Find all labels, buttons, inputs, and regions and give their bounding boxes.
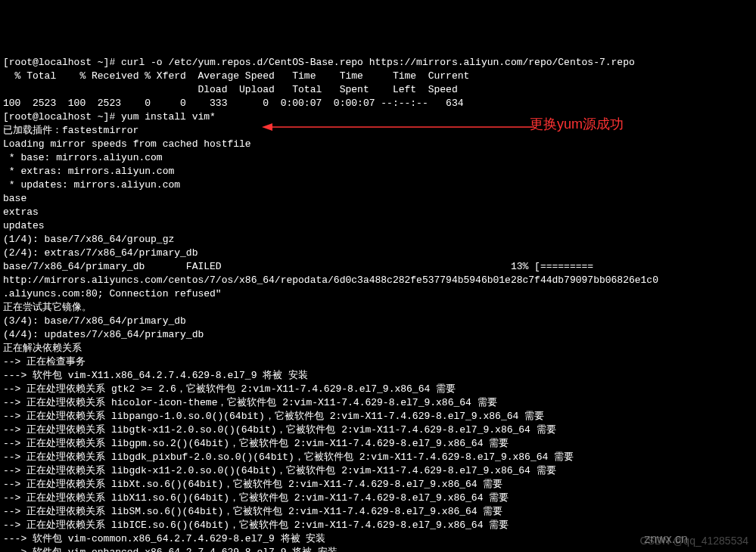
terminal-line: extras [3,206,753,219]
terminal-line: http://mirrors.aliyuncs.com/centos/7/os/… [3,274,753,287]
terminal-line: --> 正在处理依赖关系 gtk2 >= 2.6，它被软件包 2:vim-X11… [3,383,753,396]
terminal-line: --> 正在处理依赖关系 hicolor-icon-theme，它被软件包 2:… [3,396,753,410]
terminal-line: % Total % Received % Xferd Average Speed… [3,70,753,83]
terminal-line: base/7/x86_64/primary_db FAILED 13% [===… [3,260,753,274]
terminal-line: (2/4): extras/7/x86_64/primary_db [3,247,753,260]
terminal-line: [root@localhost ~]# curl -o /etc/yum.rep… [3,56,753,70]
terminal-line: (1/4): base/7/x86_64/group_gz [3,233,753,247]
terminal-line: (3/4): base/7/x86_64/primary_db [3,315,753,328]
terminal-line: base [3,192,753,206]
terminal-line: updates [3,219,753,233]
terminal-line: 正在解决依赖关系 [3,342,753,355]
watermark-csdn: CSDN @qq_41285534 [640,534,748,547]
annotation-text: 更换yum源成功 [530,117,624,131]
terminal-line: * updates: mirrors.aliyun.com [3,178,753,192]
terminal-line: --> 正在检查事务 [3,355,753,369]
terminal-line: --> 正在处理依赖关系 libICE.so.6()(64bit)，它被软件包 … [3,519,753,532]
terminal-line: --> 正在处理依赖关系 libXt.so.6()(64bit)，它被软件包 2… [3,478,753,492]
terminal-line: Dload Upload Total Spent Left Speed [3,83,753,97]
terminal-line: 100 2523 100 2523 0 0 333 0 0:00:07 0:00… [3,97,753,110]
terminal-line: --> 正在处理依赖关系 libgpm.so.2()(64bit)，它被软件包 … [3,437,753,451]
terminal-output: [root@localhost ~]# curl -o /etc/yum.rep… [3,56,753,552]
terminal-line: [root@localhost ~]# yum install vim* [3,110,753,124]
terminal-line: --> 正在处理依赖关系 libgtk-x11-2.0.so.0()(64bit… [3,423,753,437]
terminal-line: .aliyuncs.com:80; Connection refused" [3,287,753,301]
terminal-line: ---> 软件包 vim-X11.x86_64.2.7.4.629-8.el7_… [3,369,753,383]
terminal-line: --> 正在处理依赖关系 libgdk-x11-2.0.so.0()(64bit… [3,464,753,478]
terminal-line: 已加载插件：fastestmirror [3,124,753,138]
terminal-line: * base: mirrors.aliyun.com [3,151,753,165]
terminal-line: --> 正在处理依赖关系 libgdk_pixbuf-2.0.so.0()(64… [3,451,753,464]
terminal-line: 正在尝试其它镜像。 [3,301,753,315]
terminal-line: (4/4): updates/7/x86_64/primary_db [3,328,753,342]
terminal-line: * extras: mirrors.aliyun.com [3,165,753,178]
terminal-line: --> 正在处理依赖关系 libpango-1.0.so.0()(64bit)，… [3,410,753,423]
terminal-line: --> 正在处理依赖关系 libX11.so.6()(64bit)，它被软件包 … [3,492,753,505]
terminal-line: Loading mirror speeds from cached hostfi… [3,138,753,151]
terminal-line: --> 正在处理依赖关系 libSM.so.6()(64bit)，它被软件包 2… [3,505,753,519]
